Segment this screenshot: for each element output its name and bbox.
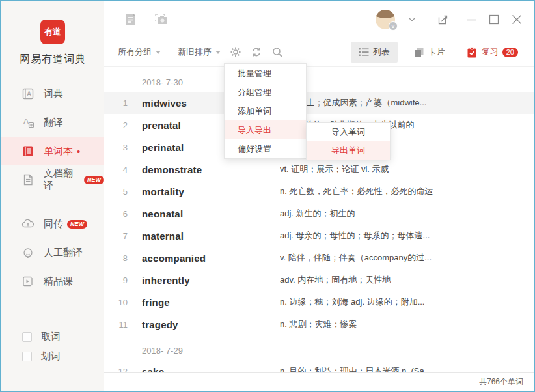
word-row[interactable]: 9 inherently adv. 内在地；固有地；天性地: [104, 269, 534, 291]
sidebar-item-translate[interactable]: A 翻译: [1, 108, 104, 137]
view-list-button[interactable]: 列表: [351, 42, 398, 63]
caret-down-icon: [215, 51, 221, 54]
new-badge: NEW: [67, 220, 87, 229]
statusbar: 共766个单词: [104, 372, 534, 391]
unread-dot: •: [77, 146, 80, 157]
doc-translate-icon: [21, 173, 35, 187]
word-text: inherently: [142, 275, 190, 286]
word-row[interactable]: 12 sake n. 目的；利益；理由；日本米酒 n. (Sa...: [104, 360, 534, 372]
manage-dropdown-menu: 批量管理 分组管理 添加单词 导入导出 偏好设置: [224, 63, 307, 159]
sidebar: 有道 网易有道词典 A 词典 A 翻译 单词本 •: [1, 1, 104, 391]
word-row[interactable]: 5 mortality n. 死亡数，死亡率；必死性，必死的命运: [104, 180, 534, 203]
word-row[interactable]: 11 tragedy n. 悲剧；灾难；惨案: [104, 313, 534, 335]
menu-item-add-word[interactable]: 添加单词: [225, 102, 306, 120]
row-number: 8: [104, 253, 128, 263]
row-number: 7: [104, 231, 128, 241]
review-button[interactable]: 复习 20: [466, 46, 518, 59]
sidebar-item-wordbook[interactable]: 单词本 •: [1, 137, 104, 165]
card-view-icon: [413, 47, 424, 57]
word-row[interactable]: 4 demonstrate vt. 证明；展示；论证 vi. 示威: [104, 158, 534, 180]
submenu-item-import-words[interactable]: 导入单词: [307, 123, 390, 141]
word-text: neonatal: [142, 208, 183, 219]
new-badge: NEW: [84, 176, 104, 184]
review-count-badge: 20: [502, 48, 518, 57]
word-text: prenatal: [142, 120, 181, 131]
chevron-down-icon[interactable]: [409, 18, 415, 22]
titlebar: V: [104, 1, 534, 38]
word-row[interactable]: 6 neonatal adj. 新生的；初生的: [104, 203, 534, 225]
toggle-word-select[interactable]: 划词: [22, 346, 104, 366]
sort-order-dropdown[interactable]: 新旧排序: [178, 46, 221, 58]
word-definition: vt. 证明；展示；论证 vi. 示威: [280, 163, 528, 175]
toggle-label: 取词: [41, 331, 61, 343]
row-number: 1: [104, 98, 128, 108]
list-view-icon: [359, 48, 369, 57]
group-filter-label: 所有分组: [118, 46, 152, 58]
course-icon: [21, 274, 35, 288]
row-number: 4: [104, 165, 128, 175]
sidebar-item-label: 单词本: [44, 145, 73, 158]
settings-gear-icon[interactable]: [230, 46, 241, 58]
sidebar-item-dictionary[interactable]: A 词典: [1, 79, 104, 108]
sidebar-item-interpretation[interactable]: 同传 NEW: [1, 210, 104, 238]
checkbox-icon[interactable]: [22, 332, 32, 342]
svg-text:A: A: [27, 91, 31, 98]
interpretation-icon: [21, 217, 35, 231]
sidebar-item-course[interactable]: 精品课: [1, 267, 104, 296]
word-text: tragedy: [142, 319, 178, 330]
document-icon[interactable]: [124, 12, 138, 27]
word-text: mortality: [142, 186, 184, 197]
row-number: 12: [104, 367, 128, 373]
toggle-label: 划词: [41, 350, 61, 363]
view-card-button[interactable]: 卡片: [405, 42, 453, 63]
menu-item-group-manage[interactable]: 分组管理: [225, 83, 306, 102]
word-text: demonstrate: [142, 164, 202, 175]
sync-icon[interactable]: [251, 46, 262, 58]
sidebar-nav: A 词典 A 翻译 单词本 • 文档翻译: [1, 79, 104, 296]
word-text: perinatal: [142, 142, 184, 153]
sidebar-item-label: 词典: [44, 88, 63, 100]
review-clipboard-icon: [466, 46, 478, 59]
maximize-icon[interactable]: [489, 14, 499, 25]
caret-down-icon: [156, 51, 161, 54]
date-separator: 2018- 7-29: [104, 335, 534, 360]
dictionary-icon: A: [21, 87, 35, 101]
word-definition: v. 陪伴，伴随；伴奏（accompany的过...: [280, 252, 528, 264]
checkbox-icon[interactable]: [22, 352, 32, 361]
word-definition: n. 悲剧；灾难；惨案: [280, 318, 528, 330]
word-row[interactable]: 10 fringe n. 边缘；穗；刘海 adj. 边缘的；附加...: [104, 291, 534, 313]
date-separator: 2018- 7-30: [104, 67, 534, 92]
minimize-icon[interactable]: [466, 14, 476, 25]
review-label: 复习: [482, 46, 499, 58]
row-number: 9: [104, 275, 128, 285]
word-row[interactable]: 1 midwives n. 助产士；促成因素；产婆（midwife...: [104, 92, 534, 114]
sidebar-item-label: 文档翻译: [44, 167, 80, 192]
popout-icon[interactable]: [437, 13, 450, 26]
word-text: midwives: [142, 98, 187, 109]
menu-item-preferences[interactable]: 偏好设置: [225, 139, 306, 158]
brand: 有道 网易有道词典: [1, 1, 104, 66]
word-row[interactable]: 8 accompanied v. 陪伴，伴随；伴奏（accompany的过...: [104, 247, 534, 269]
view-list-label: 列表: [373, 46, 390, 58]
row-number: 6: [104, 209, 128, 219]
app-name: 网易有道词典: [1, 53, 104, 66]
translate-icon: A: [21, 115, 35, 130]
sidebar-item-label: 同传: [44, 218, 63, 231]
human-translate-icon: [21, 245, 35, 260]
wordbook-icon: [21, 144, 35, 158]
sidebar-item-human-translate[interactable]: 人工翻译: [1, 238, 104, 267]
word-row[interactable]: 7 maternal adj. 母亲的；母性的；母系的；母体遗...: [104, 225, 534, 247]
menu-item-import-export[interactable]: 导入导出: [225, 120, 306, 139]
sidebar-item-label: 人工翻译: [44, 247, 83, 259]
search-icon[interactable]: [271, 46, 283, 58]
row-number: 11: [104, 320, 128, 329]
word-definition: n. 边缘；穗；刘海 adj. 边缘的；附加...: [280, 296, 528, 308]
screenshot-icon[interactable]: [154, 12, 171, 27]
close-icon[interactable]: [512, 14, 522, 25]
user-avatar[interactable]: V: [376, 10, 395, 29]
toggle-word-capture[interactable]: 取词: [22, 327, 104, 346]
group-filter-dropdown[interactable]: 所有分组: [118, 46, 161, 58]
submenu-item-export-words[interactable]: 导出单词: [307, 141, 390, 160]
menu-item-batch-manage[interactable]: 批量管理: [225, 64, 306, 83]
sidebar-item-doc-translate[interactable]: 文档翻译 NEW: [1, 165, 104, 194]
